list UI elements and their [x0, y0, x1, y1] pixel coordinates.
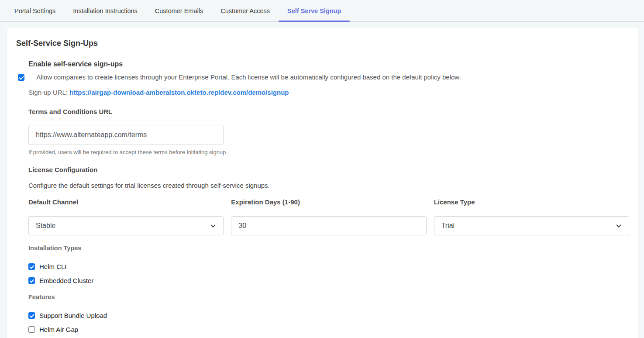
installation-types-label: Installation Types [28, 245, 629, 252]
features-label: Features [28, 294, 629, 300]
license-type-select[interactable]: Trial [434, 216, 629, 235]
terms-url-label: Terms and Conditions URL [28, 108, 629, 115]
enable-signups-label: Enable self-service sign-ups [28, 61, 629, 68]
terms-help-text: If provided, users will be required to a… [28, 149, 629, 156]
helm-cli-checkbox[interactable] [28, 263, 35, 270]
support-bundle-upload-label: Support Bundle Upload [39, 312, 107, 319]
license-config-fields: Default Channel Stable Expiration Days (… [28, 199, 629, 235]
expiration-days-label: Expiration Days (1-90) [231, 199, 426, 205]
helm-cli-label: Helm CLI [39, 263, 67, 270]
tab-installation-instructions[interactable]: Installation Instructions [64, 0, 146, 21]
self-serve-signup-panel: Self-Service Sign-Ups Enable self-servic… [7, 28, 638, 338]
tab-customer-access[interactable]: Customer Access [212, 0, 279, 21]
signup-url-line: Sign-up URL: https://airgap-download-amb… [28, 88, 629, 97]
terms-url-input[interactable] [28, 125, 224, 145]
page-title: Self-Service Sign-Ups [16, 39, 629, 47]
field-expiration-days: Expiration Days (1-90) [231, 199, 426, 235]
feature-row-helm-air-gap[interactable]: Helm Air Gap [28, 325, 629, 335]
signup-url-label: Sign-up URL: [28, 89, 68, 96]
helm-air-gap-checkbox[interactable] [28, 326, 35, 333]
signup-url-link[interactable]: https://airgap-download-amberalston.okte… [69, 89, 289, 96]
tab-customer-emails[interactable]: Customer Emails [146, 0, 212, 21]
tab-portal-settings[interactable]: Portal Settings [6, 0, 64, 21]
helm-air-gap-label: Helm Air Gap [39, 326, 78, 333]
embedded-cluster-checkbox[interactable] [28, 277, 35, 284]
enable-signups-checkbox[interactable] [18, 74, 24, 81]
default-channel-select[interactable]: Stable [28, 216, 224, 235]
feature-row-support-bundle-upload[interactable]: Support Bundle Upload [28, 311, 629, 321]
installation-type-row-embedded-cluster[interactable]: Embedded Cluster [28, 276, 629, 286]
license-configuration-label: License Configuration [28, 166, 629, 173]
tab-self-serve-signup[interactable]: Self Serve Signup [279, 0, 350, 21]
license-configuration-description: Configure the default settings for trial… [28, 182, 629, 189]
expiration-days-input[interactable] [231, 216, 426, 235]
tab-bar: Portal Settings Installation Instruction… [0, 0, 644, 22]
default-channel-label: Default Channel [28, 199, 224, 205]
embedded-cluster-label: Embedded Cluster [39, 277, 93, 284]
enable-signups-description: Allow companies to create licenses throu… [36, 73, 461, 81]
field-default-channel: Default Channel Stable [28, 199, 224, 235]
license-type-label: License Type [434, 199, 629, 205]
field-license-type: License Type Trial [434, 199, 629, 235]
enable-signups-row: Allow companies to create licenses throu… [28, 72, 629, 82]
support-bundle-upload-checkbox[interactable] [28, 312, 35, 319]
installation-type-row-helm-cli[interactable]: Helm CLI [28, 262, 629, 272]
